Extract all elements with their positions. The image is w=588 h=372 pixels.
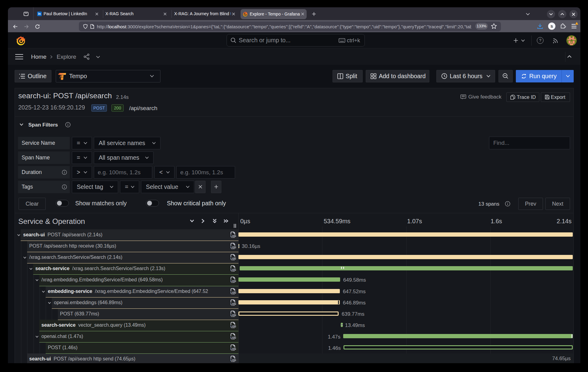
svg-text:LOG: LOG (231, 280, 236, 283)
svg-text:LOG: LOG (231, 246, 236, 249)
svg-text:LOG: LOG (231, 314, 236, 317)
svg-text:LOG: LOG (231, 257, 236, 260)
svg-text:LOG: LOG (231, 347, 236, 350)
svg-text:LOG: LOG (231, 268, 236, 271)
svg-text:LOG: LOG (231, 336, 236, 339)
svg-text:LOG: LOG (231, 302, 236, 305)
svg-text:LOG: LOG (231, 359, 236, 362)
svg-text:LOG: LOG (231, 235, 236, 238)
svg-text:LOG: LOG (231, 325, 236, 328)
svg-text:LOG: LOG (231, 291, 236, 294)
